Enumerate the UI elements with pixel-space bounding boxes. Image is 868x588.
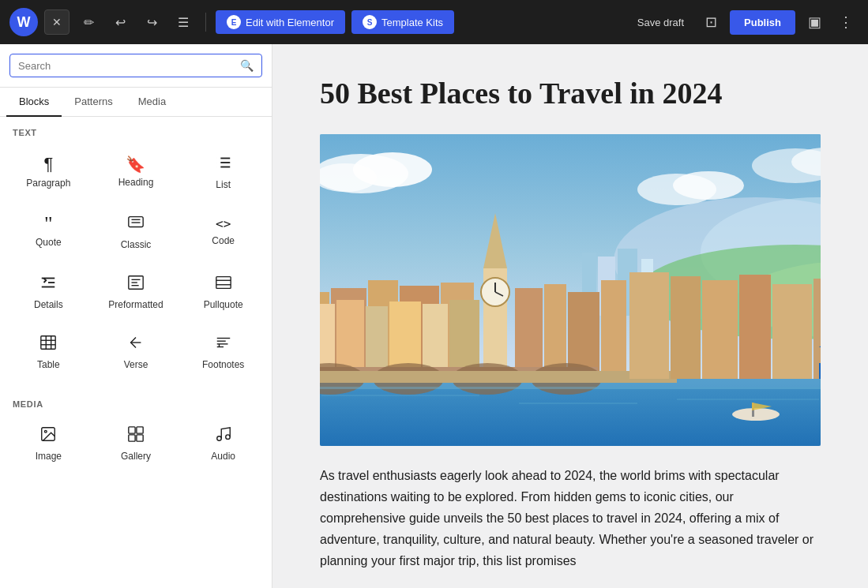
block-verse[interactable]: Verse [94, 322, 178, 379]
details-label: Details [34, 299, 63, 310]
section-label-text: TEXT [0, 117, 272, 142]
block-footnotes[interactable]: Footnotes [181, 322, 265, 379]
redo-icon: ↪ [147, 15, 157, 30]
tab-blocks-label: Blocks [19, 96, 49, 107]
svg-rect-91 [677, 399, 819, 400]
image-label: Image [36, 451, 62, 462]
post-title[interactable]: 50 Best Places to Travel in 2024 [320, 76, 821, 112]
block-paragraph[interactable]: ¶ Paragraph [6, 142, 91, 199]
more-options-button[interactable]: ⋮ [833, 9, 859, 35]
search-input-wrap: 🔍 [9, 54, 262, 77]
list-icon: ☰ [178, 15, 189, 30]
search-bar: 🔍 [0, 44, 272, 88]
footnotes-icon [215, 334, 232, 354]
editor-area: 50 Best Places to Travel in 2024 [272, 44, 868, 588]
svg-marker-86 [819, 363, 821, 379]
svg-rect-82 [702, 280, 738, 379]
heading-icon: 🔖 [126, 156, 145, 172]
list-block-icon [215, 154, 232, 174]
search-icon: 🔍 [240, 59, 254, 72]
block-table[interactable]: Table [6, 322, 91, 379]
tab-patterns[interactable]: Patterns [62, 88, 125, 117]
svg-rect-65 [601, 280, 626, 379]
audio-icon [215, 425, 232, 446]
pencil-icon: ✏ [84, 15, 94, 30]
footnotes-label: Footnotes [202, 359, 244, 370]
svg-point-30 [45, 430, 47, 433]
undo-button[interactable]: ↩ [107, 9, 133, 35]
close-icon: ✕ [52, 16, 62, 28]
section-label-media: MEDIA [0, 388, 272, 414]
sidebar-tabs: Blocks Patterns Media [0, 88, 272, 117]
pullquote-label: Pullquote [204, 299, 243, 310]
tab-blocks[interactable]: Blocks [6, 88, 62, 117]
wp-logo-icon[interactable]: W [9, 8, 38, 36]
block-list[interactable]: List [181, 142, 265, 199]
heading-label: Heading [118, 177, 154, 188]
svg-rect-80 [629, 272, 669, 379]
paragraph-icon: ¶ [43, 155, 53, 173]
template-kits-icon: S [363, 15, 377, 29]
template-kits-label: Template Kits [381, 17, 443, 28]
save-draft-label: Save draft [637, 17, 684, 28]
pencil-button[interactable]: ✏ [76, 9, 101, 35]
preformatted-icon [127, 274, 145, 294]
paragraph-label: Paragraph [26, 178, 70, 189]
publish-label: Publish [744, 17, 781, 28]
block-pullquote[interactable]: Pullquote [181, 262, 265, 319]
list-view-button[interactable]: ☰ [171, 9, 196, 35]
block-heading[interactable]: 🔖 Heading [94, 142, 178, 199]
verse-icon [127, 334, 145, 354]
svg-rect-33 [129, 435, 135, 441]
preformatted-label: Preformatted [108, 299, 163, 310]
svg-point-92 [732, 408, 780, 421]
undo-icon: ↩ [115, 15, 126, 30]
audio-label: Audio [211, 451, 235, 462]
tab-media[interactable]: Media [126, 88, 178, 117]
classic-icon [127, 214, 145, 234]
details-icon [39, 274, 57, 294]
template-kits-button[interactable]: S Template Kits [351, 10, 454, 34]
close-button[interactable]: ✕ [44, 9, 70, 35]
svg-rect-31 [129, 427, 135, 433]
top-toolbar: W ✕ ✏ ↩ ↪ ☰ E Edit with Elementor S Temp… [0, 0, 868, 44]
verse-label: Verse [124, 359, 148, 370]
sidebar-toggle-icon: ▣ [808, 13, 821, 31]
svg-rect-88 [320, 387, 821, 389]
svg-point-35 [216, 436, 221, 441]
svg-rect-89 [321, 395, 479, 396]
svg-rect-32 [137, 427, 143, 433]
svg-rect-34 [137, 435, 143, 441]
edit-with-elementor-button[interactable]: E Edit with Elementor [216, 10, 345, 34]
block-image[interactable]: Image [6, 414, 91, 470]
block-gallery[interactable]: Gallery [94, 414, 178, 470]
block-code[interactable]: <> Code [181, 202, 265, 259]
more-options-icon: ⋮ [839, 13, 853, 31]
post-body-text[interactable]: As travel enthusiasts eagerly look ahead… [320, 465, 821, 572]
block-classic[interactable]: Classic [94, 202, 178, 259]
block-preformatted[interactable]: Preformatted [94, 262, 178, 319]
save-draft-button[interactable]: Save draft [629, 12, 692, 33]
redo-button[interactable]: ↪ [139, 9, 164, 35]
text-blocks-grid: ¶ Paragraph 🔖 Heading List " Quote [0, 142, 272, 388]
quote-icon: " [44, 216, 53, 233]
svg-point-36 [225, 435, 230, 440]
code-icon: <> [216, 218, 231, 230]
preview-icon: ⊡ [705, 13, 717, 31]
block-details[interactable]: Details [6, 262, 91, 319]
search-input[interactable] [18, 60, 234, 72]
elementor-icon: E [227, 15, 241, 29]
sidebar-toggle-button[interactable]: ▣ [802, 9, 827, 35]
svg-rect-81 [671, 276, 701, 379]
edit-with-elementor-label: Edit with Elementor [246, 17, 334, 28]
list-label: List [216, 179, 231, 190]
block-audio[interactable]: Audio [181, 414, 265, 470]
gallery-icon [127, 425, 145, 446]
block-quote[interactable]: " Quote [6, 202, 91, 259]
publish-button[interactable]: Publish [730, 10, 795, 35]
gallery-label: Gallery [121, 451, 151, 462]
tab-patterns-label: Patterns [74, 96, 112, 107]
svg-point-99 [673, 171, 744, 200]
svg-rect-62 [515, 288, 543, 379]
preview-button[interactable]: ⊡ [698, 9, 723, 35]
